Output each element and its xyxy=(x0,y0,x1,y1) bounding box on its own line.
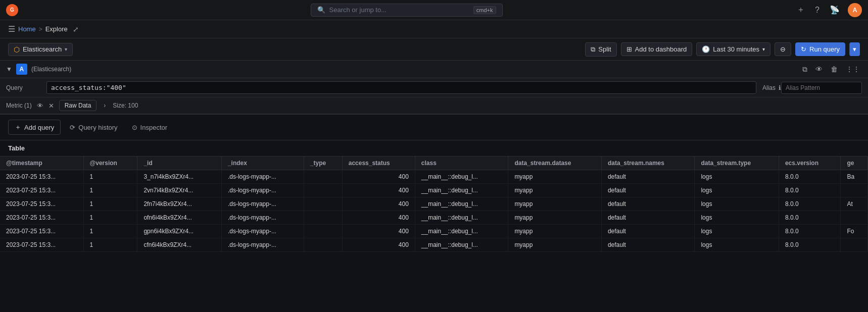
size-pill[interactable]: Size: 100 xyxy=(113,102,138,109)
split-button[interactable]: ⧉ Split xyxy=(585,42,616,57)
hamburger-icon[interactable]: ☰ xyxy=(8,24,15,34)
table-cell: 1 xyxy=(83,225,137,238)
query-panel: ▼ A (Elasticsearch) ⧉ 👁 🗑 ⋮⋮ Query Alias… xyxy=(0,61,868,115)
history-icon: ⟳ xyxy=(70,124,75,131)
global-search[interactable]: 🔍 Search or jump to... cmd+k xyxy=(311,4,503,17)
table-cell: myapp xyxy=(508,197,602,211)
table-cell: 1 xyxy=(83,170,137,184)
col-access-status[interactable]: access_status xyxy=(342,157,415,170)
col-ds-names[interactable]: data_stream.names xyxy=(601,157,695,170)
table-cell: cfn6i4kBx9ZXr4... xyxy=(137,238,222,252)
breadcrumb: ☰ Home > Explore ⤢ xyxy=(0,20,868,38)
table-cell: logs xyxy=(695,170,779,184)
table-row[interactable]: 2023-07-25 15:3...1ofn6i4kBx9ZXr4....ds-… xyxy=(0,211,868,225)
table-cell: default xyxy=(601,211,695,225)
table-cell: default xyxy=(601,225,695,238)
table-cell: __main__::debug_l... xyxy=(415,238,508,252)
raw-data-button[interactable]: Raw Data xyxy=(59,100,97,111)
table-section: Table @timestamp @version _id _index _ty… xyxy=(0,140,868,252)
table-cell: Ba xyxy=(841,170,868,184)
breadcrumb-home[interactable]: Home xyxy=(18,25,36,33)
nav-right: ＋ ? 📡 A xyxy=(795,3,862,17)
grafana-logo[interactable]: G xyxy=(6,4,18,16)
table-cell xyxy=(841,211,868,225)
table-cell: default xyxy=(601,170,695,184)
help-button[interactable]: ? xyxy=(813,4,822,17)
table-cell: 1 xyxy=(83,184,137,197)
news-button[interactable]: 📡 xyxy=(828,3,842,17)
delete-query-button[interactable]: 🗑 xyxy=(829,64,840,74)
table-row[interactable]: 2023-07-25 15:3...12fn7i4kBx9ZXr4....ds-… xyxy=(0,197,868,211)
table-row[interactable]: 2023-07-25 15:3...1cfn6i4kBx9ZXr4....ds-… xyxy=(0,238,868,252)
col-ge[interactable]: ge xyxy=(841,157,868,170)
move-query-button[interactable]: ⋮⋮ xyxy=(844,64,862,74)
zoom-button[interactable]: ⊖ xyxy=(775,42,791,56)
alias-input[interactable] xyxy=(781,82,862,94)
breadcrumb-explore: Explore xyxy=(45,25,68,33)
inspector-button[interactable]: ⊙ Inspector xyxy=(127,121,172,134)
table-cell: .ds-logs-myapp-... xyxy=(221,170,304,184)
datasource-icon: ⬡ xyxy=(14,45,20,54)
table-cell: myapp xyxy=(508,211,602,225)
col-type[interactable]: _type xyxy=(304,157,342,170)
table-cell xyxy=(841,238,868,252)
table-row[interactable]: 2023-07-25 15:3...12vn7i4kBx9ZXr4....ds-… xyxy=(0,184,868,197)
table-cell: 8.0.0 xyxy=(779,197,841,211)
run-query-dropdown-button[interactable]: ▾ xyxy=(849,42,860,56)
metric-eye-button[interactable]: 👁 xyxy=(37,102,43,110)
table-row[interactable]: 2023-07-25 15:3...1gpn6i4kBx9ZXr4....ds-… xyxy=(0,225,868,238)
collapse-button[interactable]: ▼ xyxy=(6,66,12,73)
table-cell: 2023-07-25 15:3... xyxy=(0,197,83,211)
top-nav: G 🔍 Search or jump to... cmd+k ＋ ? 📡 A xyxy=(0,0,868,20)
col-id[interactable]: _id xyxy=(137,157,222,170)
query-header-right: ⧉ 👁 🗑 ⋮⋮ xyxy=(800,64,862,75)
search-placeholder: Search or jump to... xyxy=(329,6,387,14)
table-cell: 1 xyxy=(83,238,137,252)
data-table: @timestamp @version _id _index _type acc… xyxy=(0,157,868,252)
avatar[interactable]: A xyxy=(848,3,862,17)
col-index[interactable]: _index xyxy=(221,157,304,170)
metric-delete-button[interactable]: ✕ xyxy=(49,102,54,110)
table-cell: 8.0.0 xyxy=(779,225,841,238)
col-ds-datase[interactable]: data_stream.datase xyxy=(508,157,602,170)
datasource-name: Elasticsearch xyxy=(23,45,62,53)
toggle-visibility-button[interactable]: 👁 xyxy=(813,64,825,74)
query-input[interactable] xyxy=(46,81,756,94)
table-cell: 2023-07-25 15:3... xyxy=(0,238,83,252)
time-range-button[interactable]: 🕐 Last 30 minutes ▾ xyxy=(696,42,770,56)
refresh-icon: ↻ xyxy=(801,45,806,53)
table-cell: 8.0.0 xyxy=(779,238,841,252)
query-history-button[interactable]: ⟳ Query history xyxy=(65,121,122,134)
copy-query-button[interactable]: ⧉ xyxy=(800,64,809,75)
col-class[interactable]: class xyxy=(415,157,508,170)
search-shortcut: cmd+k xyxy=(473,6,496,14)
table-cell: 2023-07-25 15:3... xyxy=(0,211,83,225)
add-button[interactable]: ＋ xyxy=(795,3,807,17)
col-ecs-version[interactable]: ecs.version xyxy=(779,157,841,170)
add-query-button[interactable]: ＋ Add query xyxy=(8,120,61,135)
table-cell: ofn6i4kBx9ZXr4... xyxy=(137,211,222,225)
share-icon[interactable]: ⤢ xyxy=(73,25,79,33)
table-cell: myapp xyxy=(508,238,602,252)
table-cell: 400 xyxy=(342,197,415,211)
col-ds-type[interactable]: data_stream.type xyxy=(695,157,779,170)
toolbar-left: ⬡ Elasticsearch ▾ xyxy=(8,43,73,56)
table-cell: 400 xyxy=(342,170,415,184)
run-query-button[interactable]: ↻ Run query xyxy=(795,42,845,56)
table-cell: 1 xyxy=(83,211,137,225)
col-timestamp[interactable]: @timestamp xyxy=(0,157,83,170)
query-input-row: Query Alias ℹ xyxy=(0,78,868,97)
table-row[interactable]: 2023-07-25 15:3...13_n7i4kBx9ZXr4....ds-… xyxy=(0,170,868,184)
table-cell: __main__::debug_l... xyxy=(415,225,508,238)
table-cell xyxy=(304,225,342,238)
plus-icon: ＋ xyxy=(15,123,21,132)
table-cell: myapp xyxy=(508,225,602,238)
datasource-selector[interactable]: ⬡ Elasticsearch ▾ xyxy=(8,43,73,56)
table-wrapper[interactable]: @timestamp @version _id _index _type acc… xyxy=(0,157,868,252)
table-cell: myapp xyxy=(508,170,602,184)
toolbar-right: ⧉ Split ⊞ Add to dashboard 🕐 Last 30 min… xyxy=(585,42,860,57)
table-cell: __main__::debug_l... xyxy=(415,170,508,184)
col-version[interactable]: @version xyxy=(83,157,137,170)
table-cell: default xyxy=(601,184,695,197)
add-dashboard-button[interactable]: ⊞ Add to dashboard xyxy=(621,42,693,56)
